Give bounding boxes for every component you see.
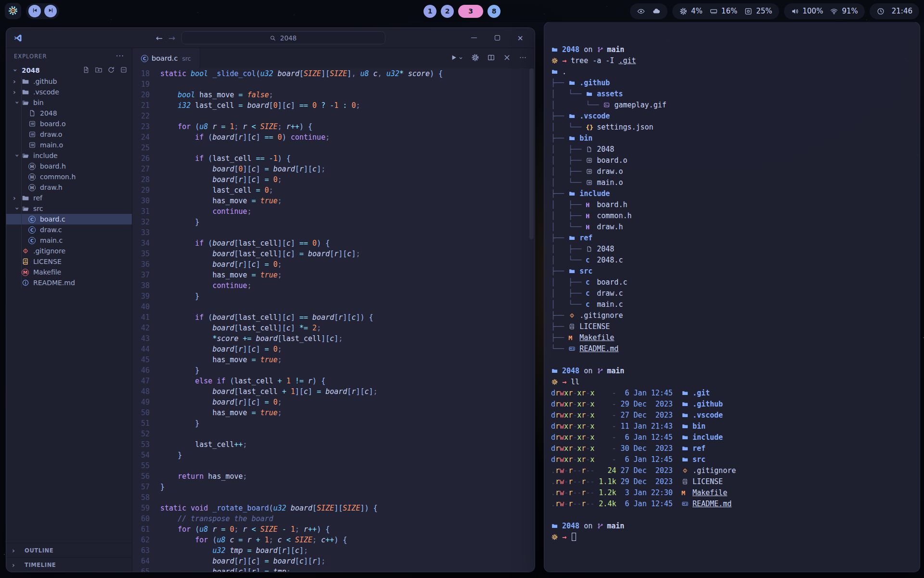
c-header-icon: H: [28, 163, 36, 170]
explorer-item-src[interactable]: ›src: [6, 203, 132, 214]
refresh-icon: [107, 68, 115, 75]
explorer-title: EXPLORER: [14, 53, 47, 60]
c-source-icon: C: [586, 288, 594, 299]
code-text: board[last_cell][c] *= 2;: [160, 323, 321, 333]
close-button[interactable]: ×: [511, 31, 530, 45]
split-editor-button[interactable]: [487, 53, 495, 63]
file-label: 2048: [40, 109, 57, 117]
code-line-58: 58: [132, 492, 535, 503]
explorer-item-main-o[interactable]: main.o: [6, 140, 132, 150]
explorer-item-board-o[interactable]: board.o: [6, 118, 132, 129]
workspace-3[interactable]: 3: [458, 5, 483, 18]
clock-widget[interactable]: 21:46: [870, 3, 919, 19]
tab-board-c[interactable]: C board.c src: [132, 48, 200, 68]
tree-row: ├── .vscode: [551, 111, 912, 122]
code-text: else if (last_cell + 1 != r) {: [160, 376, 325, 386]
minimize-button[interactable]: [464, 31, 484, 45]
close-editor-button[interactable]: [503, 53, 511, 63]
line-number: 24: [132, 132, 160, 143]
media-previous-button[interactable]: [28, 5, 41, 17]
code-text: board[c][r] = tmp;: [160, 566, 291, 572]
vscode-titlebar[interactable]: ← → 2048 ×: [6, 28, 535, 48]
explorer-item-draw-h[interactable]: Hdraw.h: [6, 182, 132, 193]
tree-row: ├── .gitignore: [551, 310, 912, 321]
code-line-49: 49 board[r][c] = 0;: [132, 397, 535, 407]
disk-value: 25%: [756, 7, 772, 15]
tab-detail: src: [182, 55, 191, 62]
audio-network-widget[interactable]: 100%91%: [784, 3, 865, 19]
explorer-item-readme-md[interactable]: README.md: [6, 277, 132, 288]
scrollbar-thumb[interactable]: [529, 68, 534, 239]
settings-launcher-button[interactable]: [5, 3, 21, 19]
explorer-more-actions-icon[interactable]: ···: [116, 52, 124, 61]
collapse-all-button[interactable]: [119, 66, 128, 75]
code-line-37: 37 has_move = true;: [132, 270, 535, 280]
outline-panel-header[interactable]: › OUTLINE: [6, 543, 132, 557]
gear-icon: [679, 7, 688, 15]
explorer-item-2048[interactable]: 2048: [6, 108, 132, 118]
markdown-icon: [568, 345, 577, 352]
prompt-line: 2048 on main: [551, 44, 912, 55]
minimize-icon: [471, 38, 477, 38]
refresh-button[interactable]: [106, 66, 116, 75]
tree-row: │ ├── Cdraw.c: [551, 288, 912, 299]
explorer-item-include[interactable]: ›include: [6, 150, 132, 161]
system-stats-widget[interactable]: 4%16%25%: [672, 3, 779, 19]
more-actions-button[interactable]: [519, 53, 527, 63]
folder-icon: [681, 390, 690, 396]
timeline-panel-header[interactable]: › TIMELINE: [6, 557, 132, 572]
workspace-1[interactable]: 1: [424, 5, 436, 18]
explorer-root-folder[interactable]: › 2048: [6, 65, 132, 76]
explorer-item-board-h[interactable]: Hboard.h: [6, 161, 132, 171]
workspace-8[interactable]: 8: [488, 5, 500, 18]
workspace-2[interactable]: 2: [441, 5, 454, 18]
code-text: if (board[last_cell][c] == 0) {: [160, 238, 330, 249]
explorer-item--vscode[interactable]: ›.vscode: [6, 87, 132, 97]
run-button[interactable]: [449, 53, 463, 63]
media-next-button[interactable]: [44, 5, 57, 17]
tree-row: │ └── Cmain.c: [551, 299, 912, 310]
listing-row: drwxr-xr-x - 6 Jan 12:45 include: [551, 432, 912, 443]
explorer-item-main-c[interactable]: Cmain.c: [6, 235, 132, 246]
code-line-41: 41 if (board[last_cell][c] == board[r][c…: [132, 312, 535, 323]
folder-open-icon: [22, 152, 32, 159]
navigate-back-button[interactable]: ←: [156, 33, 163, 43]
code-line-53: 53 last_cell++;: [132, 439, 535, 450]
code-line-55: 55: [132, 460, 535, 471]
editor-scrollbar[interactable]: [529, 68, 534, 572]
tree-row: └── README.md: [551, 343, 912, 355]
explorer-item-license[interactable]: LICENSE: [6, 256, 132, 267]
navigate-forward-button[interactable]: →: [168, 33, 175, 43]
split-icon: [487, 53, 495, 63]
idle-weather-widget[interactable]: [630, 3, 667, 19]
code-editor-surface[interactable]: 18static bool _slide_col(u32 board[SIZE]…: [132, 68, 535, 572]
command-center-search[interactable]: 2048: [181, 31, 385, 44]
ram-icon: [709, 7, 718, 15]
explorer-item-makefile[interactable]: MMakefile: [6, 267, 132, 277]
c-source-icon: C: [28, 237, 36, 244]
editor-settings-button[interactable]: [471, 53, 479, 63]
sidebar-spacer: [6, 288, 132, 543]
new-folder-button[interactable]: [94, 66, 103, 75]
code-text: continue;: [160, 280, 252, 291]
explorer-item-draw-o[interactable]: draw.o: [6, 129, 132, 140]
terminal-window[interactable]: 2048 on main→ tree -a -I .git.├── .githu…: [544, 22, 920, 572]
explorer-item-ref[interactable]: ›ref: [6, 193, 132, 203]
media-controls: [26, 3, 59, 19]
tree-row: │ ├── Hcommon.h: [551, 210, 912, 222]
code-text: }: [160, 217, 199, 227]
explorer-item-bin[interactable]: ›bin: [6, 97, 132, 108]
git-icon: [568, 312, 577, 319]
explorer-item--gitignore[interactable]: .gitignore: [6, 246, 132, 256]
line-number: 20: [132, 90, 160, 100]
line-number: 23: [132, 121, 160, 132]
explorer-item-board-c[interactable]: Cboard.c: [6, 214, 132, 224]
gear-icon: [551, 534, 559, 540]
code-text: for (u8 r = 0; r < SIZE - 1; r++) {: [160, 524, 330, 535]
ram-stat: 16%: [709, 7, 737, 15]
explorer-item--github[interactable]: ›.github: [6, 76, 132, 87]
explorer-item-common-h[interactable]: Hcommon.h: [6, 171, 132, 182]
maximize-button[interactable]: [488, 31, 507, 45]
new-file-button[interactable]: [81, 66, 90, 75]
explorer-item-draw-c[interactable]: Cdraw.c: [6, 224, 132, 235]
